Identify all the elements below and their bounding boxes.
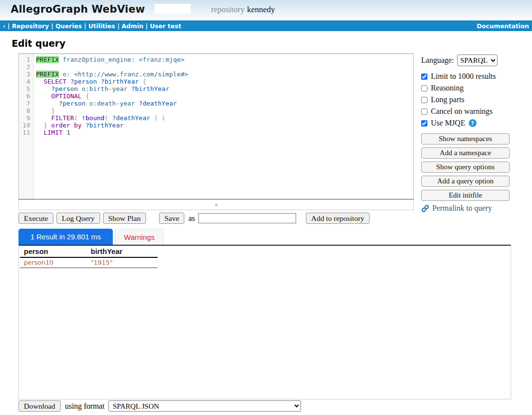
page-title: Edit query: [12, 38, 66, 49]
checkbox-label: Use MJQE: [431, 119, 465, 127]
nav-item-utilities[interactable]: Utilities: [89, 22, 115, 30]
line-number: 1: [19, 56, 33, 63]
code-token: ?person: [51, 85, 78, 92]
nav-items: | Repository | Queries | Utilities | Adm…: [5, 22, 181, 30]
results-panel: personbirthYear person10"1915": [18, 245, 511, 399]
code-token: o:: [63, 71, 71, 78]
option-use-mjqe[interactable]: Use MJQE?: [421, 117, 510, 129]
line-number: 10: [19, 122, 33, 129]
link-icon: [421, 204, 429, 213]
editor-code[interactable]: PREFIX franzOption_engine: <franz:mjqe> …: [34, 54, 413, 199]
code-line[interactable]: }: [36, 107, 413, 114]
code-token: [36, 100, 59, 107]
header-logo-placeholder: [155, 4, 191, 14]
code-line[interactable]: SELECT ?person ?birthYear {: [36, 78, 413, 85]
code-token: [82, 92, 86, 100]
download-format-select[interactable]: SPARQL JSON: [108, 400, 301, 412]
code-token: [36, 122, 44, 129]
code-line[interactable]: PREFIX franzOption_engine: <franz:mjqe>: [36, 56, 413, 63]
code-line[interactable]: OPTIONAL {: [36, 92, 413, 100]
code-token: [150, 114, 154, 122]
checkbox-use-mjqe[interactable]: [421, 120, 427, 126]
code-token: {: [86, 92, 89, 100]
execute-button[interactable]: Execute: [18, 213, 53, 224]
nav-item-documentation[interactable]: Documentation: [477, 22, 529, 30]
permalink-row[interactable]: Permalink to query: [421, 204, 510, 213]
code-line[interactable]: LIMIT 1: [36, 129, 413, 136]
code-token: [108, 114, 112, 122]
code-token: [63, 129, 67, 136]
code-token: PREFIX: [36, 56, 59, 63]
code-line[interactable]: FILTER( !bound( ?deathYear ) ): [36, 114, 413, 122]
results-header-row: personbirthYear: [20, 246, 158, 257]
log-query-button[interactable]: Log Query: [56, 213, 100, 224]
code-token: o:death-year: [89, 100, 135, 107]
app-header: AllegroGraph WebView repositorykennedy: [0, 0, 532, 20]
result-tabs: 1 Result in 29.801 ms Warnings: [18, 229, 164, 245]
nav-separator: |: [82, 22, 88, 30]
query-editor-wrap: 1234567891011 PREFIX franzOption_engine:…: [18, 54, 414, 210]
column-header-birthyear: birthYear: [87, 246, 158, 257]
option-reasoning[interactable]: Reasoning: [421, 82, 510, 94]
code-token: order by: [51, 122, 82, 129]
add-a-namespace-button[interactable]: Add a namespace: [421, 147, 510, 159]
nav-item-admin[interactable]: Admin: [122, 22, 143, 30]
query-options-sidebar: Language: SPARQL Limit to 1000 resultsRe…: [421, 54, 510, 213]
editor-resize-handle[interactable]: ≡: [18, 199, 414, 210]
nav-left: ‹ | Repository | Queries | Utilities | A…: [3, 22, 181, 30]
results-table: personbirthYear person10"1915": [20, 246, 158, 268]
tab-warnings[interactable]: Warnings: [115, 229, 164, 245]
nav-item-repository[interactable]: Repository: [12, 22, 49, 30]
line-number: 5: [19, 85, 33, 92]
code-line[interactable]: ?person o:birth-year ?birthYear: [36, 85, 413, 92]
resize-grip-icon: ≡: [214, 202, 217, 208]
add-a-query-option-button[interactable]: Add a query option: [421, 176, 510, 187]
code-line[interactable]: ?person o:death-year ?deathYear: [36, 100, 413, 107]
save-name-input[interactable]: [198, 213, 296, 223]
code-token: (: [74, 114, 78, 122]
checkbox-limit-to-1000-results[interactable]: [421, 73, 427, 80]
language-select[interactable]: SPARQL: [457, 54, 497, 66]
code-token: }: [51, 107, 55, 114]
table-cell[interactable]: person10: [20, 257, 87, 268]
nav-item-queries[interactable]: Queries: [55, 22, 82, 30]
help-question-icon[interactable]: ?: [469, 119, 477, 127]
code-token: [36, 92, 51, 100]
code-token: ?birthYear: [101, 78, 139, 85]
code-token: [86, 100, 89, 107]
code-line[interactable]: [36, 63, 413, 71]
code-token: SELECT: [44, 78, 67, 85]
save-button[interactable]: Save: [159, 213, 184, 224]
checkbox-reasoning[interactable]: [421, 85, 427, 91]
edit-initfile-button[interactable]: Edit initfile: [421, 190, 510, 201]
query-editor[interactable]: 1234567891011 PREFIX franzOption_engine:…: [18, 54, 414, 199]
code-token: [36, 85, 51, 92]
code-token: {: [142, 78, 146, 85]
show-namespaces-button[interactable]: Show namespaces: [421, 133, 510, 144]
checkbox-label: Cancel on warnings: [431, 107, 493, 116]
line-number: 2: [19, 63, 33, 71]
checkbox-cancel-on-warnings[interactable]: [421, 108, 427, 115]
checkbox-long-parts[interactable]: [421, 97, 427, 103]
code-line[interactable]: PREFIX o: <http://www.franz.com/simple#>: [36, 71, 413, 78]
table-cell[interactable]: "1915": [87, 257, 158, 268]
code-token: [82, 122, 86, 129]
download-button[interactable]: Download: [18, 400, 61, 412]
nav-item-user-test[interactable]: User test: [150, 22, 181, 30]
line-number: 3: [19, 71, 33, 78]
code-token: ?deathYear: [139, 100, 177, 107]
option-long-parts[interactable]: Long parts: [421, 94, 510, 106]
show-query-options-button[interactable]: Show query options: [421, 162, 510, 173]
option-cancel-on-warnings[interactable]: Cancel on warnings: [421, 106, 510, 117]
option-limit-to-1000-results[interactable]: Limit to 1000 results: [421, 71, 510, 82]
show-plan-button[interactable]: Show Plan: [103, 213, 146, 224]
tab-results[interactable]: 1 Result in 29.801 ms: [18, 229, 113, 245]
code-token: <http://www.franz.com/simple#>: [74, 71, 188, 78]
permalink-to-query-link[interactable]: Permalink to query: [432, 204, 492, 213]
download-format-label: using format: [65, 402, 105, 411]
nav-separator: |: [143, 22, 150, 30]
add-to-repository-button[interactable]: Add to repository: [306, 213, 370, 224]
nav-separator: |: [115, 22, 122, 30]
code-line[interactable]: } order by ?birthYear: [36, 122, 413, 129]
code-token: ?birthYear: [86, 122, 124, 129]
